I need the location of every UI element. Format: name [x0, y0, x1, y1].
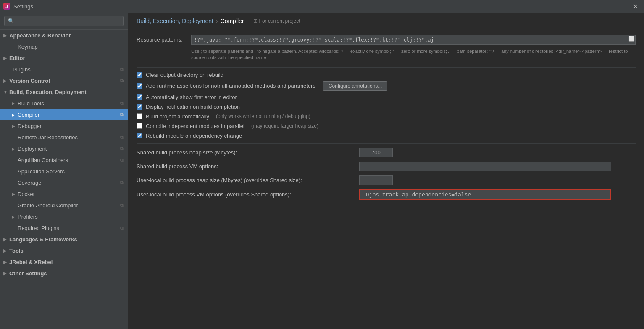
sidebar-item-label: Compiler: [18, 112, 39, 118]
clear-output-checkbox[interactable]: [137, 72, 142, 78]
sidebar-item-label: Profilers: [18, 214, 38, 220]
sidebar-item-build-tools[interactable]: ▶ Build Tools ⧉: [0, 98, 128, 109]
copy-icon: ⧉: [120, 180, 124, 185]
add-runtime-checkbox[interactable]: [137, 83, 142, 89]
content-area: Build, Execution, Deployment › Compiler …: [128, 13, 644, 329]
breadcrumb-parent[interactable]: Build, Execution, Deployment: [137, 18, 213, 24]
expand-icon[interactable]: ⬜: [628, 36, 635, 42]
build-auto-hint: (only works while not running / debuggin…: [216, 113, 310, 119]
title-bar: J Settings ✕: [0, 0, 644, 13]
rebuild-module-checkbox[interactable]: [137, 133, 142, 138]
sidebar-item-appearance[interactable]: ▶ Appearance & Behavior: [0, 30, 128, 41]
copy-icon: ⧉: [120, 146, 124, 151]
sidebar-item-version-control[interactable]: ▶ Version Control ⧉: [0, 75, 128, 86]
sidebar-item-jrebel[interactable]: ▶ JRebel & XRebel: [0, 256, 128, 268]
resource-patterns-hint: Use ; to separate patterns and ! to nega…: [137, 48, 636, 61]
sidebar-item-label: Build Tools: [18, 100, 44, 107]
build-auto-checkbox[interactable]: [137, 113, 142, 119]
checkbox-rebuild-module: Rebuild module on dependency change: [137, 133, 636, 139]
sidebar-item-label: Other Settings: [9, 270, 47, 277]
compile-parallel-label[interactable]: Compile independent modules in parallel: [146, 123, 244, 129]
checkbox-clear-output: Clear output directory on rebuild: [137, 72, 636, 78]
sidebar-item-label: Version Control: [9, 78, 50, 84]
sidebar-item-coverage[interactable]: Coverage ⧉: [0, 177, 128, 188]
vm-options-label: Shared build process VM options:: [137, 163, 359, 170]
display-notification-label[interactable]: Display notification on build completion: [146, 104, 240, 110]
copy-icon: ⧉: [120, 225, 124, 231]
compile-parallel-checkbox[interactable]: [137, 123, 142, 129]
project-icon: ⊞: [253, 18, 258, 24]
vm-options-input[interactable]: [359, 162, 611, 171]
sidebar-item-label: Languages & Frameworks: [9, 236, 77, 243]
sidebar-item-deployment[interactable]: ▶ Deployment ⧉: [0, 143, 128, 154]
configure-annotations-button[interactable]: Configure annotations...: [323, 81, 387, 91]
app-icon: J: [3, 3, 10, 10]
sidebar-item-profilers[interactable]: ▶ Profilers: [0, 211, 128, 222]
chevron-right-icon: ▶: [12, 146, 16, 151]
checkbox-compile-parallel: Compile independent modules in parallel …: [137, 123, 636, 129]
sidebar-item-label: Build, Execution, Deployment: [9, 89, 86, 95]
vm-options-row: Shared build process VM options:: [137, 162, 636, 171]
sidebar-item-editor[interactable]: ▶ Editor: [0, 52, 128, 64]
chevron-right-icon: ▶: [3, 248, 8, 253]
sidebar-item-app-servers[interactable]: Application Servers: [0, 166, 128, 177]
display-notification-checkbox[interactable]: [137, 104, 142, 110]
main-content: ▶ Appearance & Behavior Keymap ▶ Editor …: [0, 13, 644, 329]
sidebar-item-label: Tools: [9, 248, 24, 254]
sidebar-item-build-execution[interactable]: ▼ Build, Execution, Deployment: [0, 86, 128, 98]
copy-icon: ⧉: [120, 101, 124, 106]
chevron-right-icon: ▶: [3, 237, 8, 242]
sidebar-item-compiler[interactable]: ▶ Compiler ⧉: [0, 109, 128, 120]
sidebar-item-debugger[interactable]: ▶ Debugger: [0, 120, 128, 132]
user-vm-options-row: User-local build process VM options (ove…: [137, 189, 636, 200]
user-heap-size-row: User-local build process heap size (Mbyt…: [137, 175, 636, 185]
sidebar-item-label: Deployment: [18, 146, 47, 152]
sidebar-item-docker[interactable]: ▶ Docker: [0, 188, 128, 200]
auto-show-error-label[interactable]: Automatically show first error in editor: [146, 94, 237, 100]
sidebar-item-arquillian[interactable]: Arquillian Containers ⧉: [0, 154, 128, 166]
chevron-right-icon: ▶: [3, 271, 8, 276]
checkbox-display-notification: Display notification on build completion: [137, 104, 636, 110]
breadcrumb-project-label: For current project: [259, 18, 300, 24]
sidebar-item-label: Appearance & Behavior: [9, 32, 71, 39]
add-runtime-label[interactable]: Add runtime assertions for notnull-annot…: [146, 83, 315, 89]
sidebar-item-other-settings[interactable]: ▶ Other Settings: [0, 268, 128, 279]
rebuild-module-label[interactable]: Rebuild module on dependency change: [146, 133, 242, 139]
sidebar-item-required-plugins[interactable]: Required Plugins ⧉: [0, 222, 128, 234]
sidebar-item-plugins[interactable]: Plugins ⧉: [0, 64, 128, 75]
build-auto-label[interactable]: Build project automatically: [146, 113, 209, 120]
resource-patterns-input[interactable]: [191, 35, 636, 45]
sidebar-item-keymap[interactable]: Keymap: [0, 41, 128, 52]
auto-show-error-checkbox[interactable]: [137, 94, 142, 100]
title-bar-left: J Settings: [3, 3, 33, 10]
resource-patterns-wrapper: ⬜: [191, 35, 636, 45]
sidebar-search-container: [0, 13, 128, 30]
chevron-right-icon: ▶: [12, 214, 16, 219]
sidebar-item-label: Editor: [9, 55, 25, 61]
copy-icon: ⧉: [120, 203, 124, 208]
chevron-right-icon: ▶: [12, 192, 16, 196]
close-button[interactable]: ✕: [630, 2, 641, 11]
sidebar-item-label: JRebel & XRebel: [9, 259, 53, 265]
chevron-right-icon: ▶: [3, 260, 8, 264]
clear-output-label[interactable]: Clear output directory on rebuild: [146, 72, 223, 78]
divider-1: [137, 67, 636, 68]
breadcrumb-current: Compiler: [221, 18, 244, 24]
sidebar-item-gradle-android[interactable]: Gradle-Android Compiler ⧉: [0, 200, 128, 211]
sidebar-item-tools[interactable]: ▶ Tools: [0, 245, 128, 256]
chevron-right-icon: ▶: [12, 124, 16, 128]
user-vm-options-label: User-local build process VM options (ove…: [137, 191, 359, 198]
sidebar-item-remote-jar[interactable]: Remote Jar Repositories ⧉: [0, 132, 128, 143]
user-heap-size-label: User-local build process heap size (Mbyt…: [137, 177, 359, 183]
checkbox-add-runtime: Add runtime assertions for notnull-annot…: [137, 81, 636, 91]
user-heap-size-input[interactable]: [359, 175, 393, 185]
search-input[interactable]: [4, 16, 124, 26]
heap-size-input[interactable]: [359, 148, 393, 157]
sidebar-item-languages[interactable]: ▶ Languages & Frameworks: [0, 234, 128, 245]
sidebar-item-label: Remote Jar Repositories: [18, 134, 78, 141]
user-vm-options-input[interactable]: [359, 189, 611, 200]
breadcrumb-project[interactable]: ⊞ For current project: [253, 18, 300, 24]
heap-size-label: Shared build process heap size (Mbytes):: [137, 149, 359, 156]
copy-icon: ⧉: [120, 112, 124, 118]
chevron-down-icon: ▼: [3, 90, 8, 94]
